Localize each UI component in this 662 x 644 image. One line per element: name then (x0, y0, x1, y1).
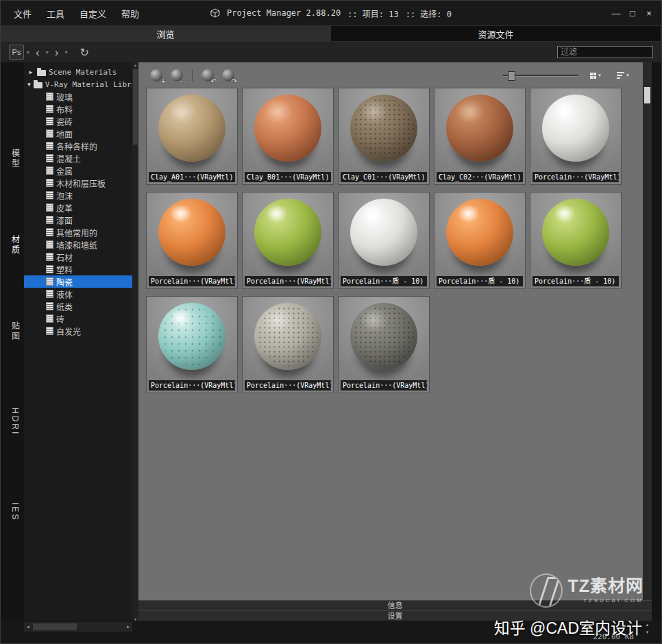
material-tile-label: Porcelain···(VRayMtl) (149, 276, 235, 286)
content-scroll-buttons: ▴ ▾ (643, 622, 652, 635)
material-tile-label: Porcelain···质 - 10) (532, 276, 619, 286)
chevron-down-icon[interactable]: ▾ (24, 49, 32, 55)
material-sphere-preview (446, 95, 513, 162)
tree-item-墙漆和墙纸[interactable]: 墙漆和墙纸 (24, 238, 132, 251)
assign-material-sphere-icon[interactable]: + (148, 67, 164, 84)
menu-文件[interactable]: 文件 (6, 4, 39, 23)
tree-item-自发光[interactable]: 自发光 (24, 325, 132, 337)
content-scrollbar-thumb[interactable] (644, 87, 650, 103)
menubar: 文件工具自定义帮助 (1, 4, 147, 23)
material-tile-label: Clay_C02···(VRayMtl) (437, 172, 523, 182)
refresh-icon[interactable]: ↻ (79, 46, 88, 59)
tree-item-label: 布料 (56, 103, 73, 115)
close-button[interactable]: × (641, 8, 657, 18)
tree-item-瓷砖[interactable]: 瓷砖 (24, 115, 132, 127)
minimize-button[interactable]: — (608, 8, 624, 18)
tree-item-纸类[interactable]: 纸类 (24, 300, 132, 312)
tab-browse[interactable]: 浏览 (1, 25, 330, 42)
chevron-down-icon[interactable]: ▾ (62, 49, 70, 55)
tree-item-液体[interactable]: 液体 (24, 288, 132, 300)
tree-item-label: 砖 (56, 313, 64, 325)
tree-item-皮革[interactable]: 皮革 (24, 201, 132, 214)
tree-horizontal-scrollbar[interactable]: ◂ ▸ (24, 622, 132, 632)
slider-thumb[interactable] (508, 71, 515, 81)
tree-vertical-scrollbar[interactable]: ▴ ▾ (132, 62, 138, 621)
forward-button[interactable]: › (51, 47, 62, 58)
folder-icon (37, 70, 46, 76)
menu-帮助[interactable]: 帮助 (114, 4, 147, 23)
tab-asset-files[interactable]: 资源文件 (330, 25, 661, 42)
material-tile-label: Porcelain···(VRayMtl) (341, 380, 427, 391)
tree-item-其他常用的[interactable]: 其他常用的 (24, 226, 132, 238)
sidebar-category-材质[interactable]: 材质 (10, 235, 21, 256)
menu-工具[interactable]: 工具 (39, 4, 72, 23)
material-sphere-dots-icon[interactable]: ⋯ (169, 67, 185, 84)
sidebar-category-贴图[interactable]: 贴图 (10, 321, 21, 342)
chevron-down-icon[interactable]: ▾ (43, 49, 51, 55)
sort-button[interactable]: ▾ (613, 69, 633, 82)
material-category-icon (46, 216, 53, 224)
tree-expand-icon[interactable]: ▼ (27, 82, 31, 88)
tree-scrollbar-thumb[interactable] (133, 69, 138, 145)
material-tile[interactable]: Clay_C02···(VRayMtl) (434, 88, 525, 184)
material-tile[interactable]: Porcelain···质 - 10) (434, 193, 525, 288)
material-tile[interactable]: Porcelain···(VRayMtl) (243, 297, 333, 393)
thumbnail-size-slider[interactable] (503, 70, 578, 81)
material-tile[interactable]: Clay_C01···(VRayMtl) (339, 88, 429, 184)
material-tile[interactable]: Porcelain···(VRayMtl) (339, 297, 429, 393)
content-vertical-scrollbar[interactable] (643, 62, 652, 600)
sidebar-category-HDRI[interactable]: HDRI (10, 408, 20, 436)
material-tile[interactable]: Porcelain···(VRayMtl) (243, 193, 333, 288)
tree-item-label: 纸类 (56, 301, 73, 312)
tree-item-Scene Materials[interactable]: ▶Scene Materials (24, 66, 132, 78)
menu-自定义[interactable]: 自定义 (72, 4, 114, 23)
hscroll-thumb[interactable] (33, 623, 77, 630)
tree-item-label: V-Ray Material Libra (45, 80, 132, 89)
scroll-down-icon[interactable]: ▾ (646, 630, 649, 635)
app-logo-icon (210, 8, 220, 18)
material-tile[interactable]: Clay_A01···(VRayMtl) (147, 88, 237, 184)
sphere-arrow-forward-icon[interactable]: ↷ (220, 67, 236, 84)
filter-input[interactable] (557, 46, 653, 58)
back-button[interactable]: ‹ (32, 47, 43, 58)
tree-item-木材和层压板[interactable]: 木材和层压板 (24, 177, 132, 189)
sphere-arrow-back-icon[interactable]: ↶ (199, 67, 216, 84)
tree-item-混凝土[interactable]: 混凝土 (24, 152, 132, 164)
tree-item-陶瓷[interactable]: 陶瓷 (24, 275, 132, 288)
tree-item-地面[interactable]: 地面 (24, 127, 132, 140)
content-area: +⋯↶↷ ▾ ▾ Clay_A01···(VRayMtl)Clay_B01···… (138, 62, 643, 600)
tree-item-label: 瓷砖 (56, 116, 73, 127)
view-mode-button[interactable]: ▾ (585, 69, 606, 82)
scroll-up-icon[interactable]: ▴ (134, 62, 136, 67)
project-manager-window: 文件工具自定义帮助 Project Manager 2.88.20 :: 项目:… (0, 0, 662, 644)
tree-item-玻璃[interactable]: 玻璃 (24, 90, 132, 103)
material-tile-label: Porcelain···质 - 10) (437, 276, 523, 286)
sidebar-category-IES[interactable]: IES (10, 502, 20, 521)
scroll-up-icon[interactable]: ▴ (646, 622, 649, 628)
material-sphere-preview (446, 199, 513, 266)
tree-item-V-Ray Material Libra[interactable]: ▼V-Ray Material Libra (24, 78, 132, 90)
scroll-left-icon[interactable]: ◂ (24, 624, 32, 630)
material-tile[interactable]: Porcelain···质 - 10) (339, 193, 429, 288)
tree-item-泡沫[interactable]: 泡沫 (24, 189, 132, 201)
tree-item-label: 玻璃 (56, 91, 73, 103)
material-tile[interactable]: Clay_B01···(VRayMtl) (243, 88, 333, 184)
tree-item-漆面[interactable]: 漆面 (24, 214, 132, 226)
material-sphere-preview (542, 95, 609, 162)
material-tile[interactable]: Porcelain···质 - 10) (530, 193, 621, 288)
tree-item-塑料[interactable]: 塑料 (24, 263, 132, 275)
photoshop-button[interactable]: Ps (9, 45, 24, 60)
tree-item-砖[interactable]: 砖 (24, 312, 132, 325)
material-tile[interactable]: Porcelain···(VRayMtl) (147, 193, 237, 288)
maximize-button[interactable]: □ (624, 8, 641, 18)
material-tile[interactable]: Porcelain···(VRayMtl) (147, 297, 237, 393)
sidebar-category-模型[interactable]: 模型 (10, 149, 21, 169)
tree-item-各种各样的[interactable]: 各种各样的 (24, 140, 132, 152)
material-category-icon (46, 92, 53, 101)
tree-item-石材[interactable]: 石材 (24, 251, 132, 263)
material-tile[interactable]: Porcelain···(VRayMtl) (530, 88, 621, 184)
tree-item-金属[interactable]: 金属 (24, 164, 132, 177)
scroll-right-icon[interactable]: ▸ (124, 624, 132, 630)
tree-expand-icon[interactable]: ▶ (27, 69, 34, 75)
tree-item-布料[interactable]: 布料 (24, 103, 132, 115)
